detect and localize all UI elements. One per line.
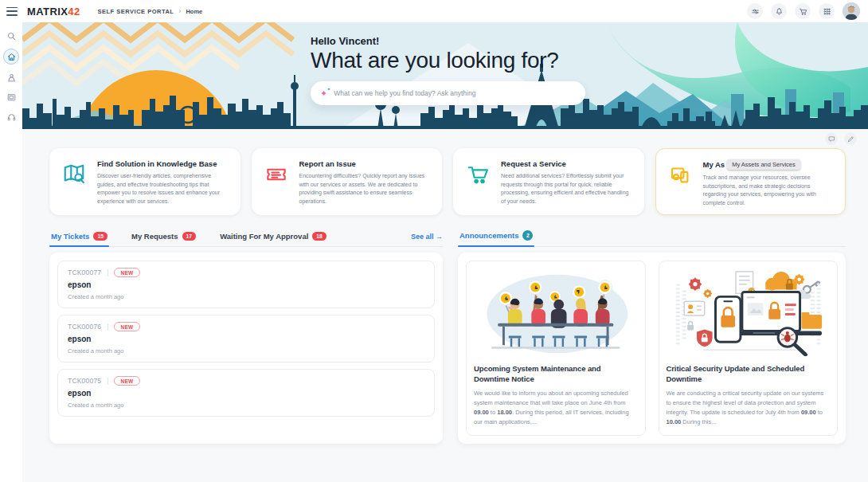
security-update-illustration — [667, 268, 831, 356]
tab-announcements[interactable]: Announcements 2 — [458, 230, 534, 246]
ai-search-bar[interactable]: ✦✦ — [311, 81, 585, 105]
ticket-row[interactable]: TCK00076 | NEW epson Created a month ago — [57, 315, 435, 362]
card-description: Encountering difficulties? Quickly repor… — [299, 172, 431, 206]
ticket-id: TCK00077 — [68, 268, 101, 276]
card-knowledge-base[interactable]: Find Solution in Knowledge Base Discover… — [49, 148, 240, 215]
tune-icon[interactable] — [747, 3, 763, 19]
ai-sparkle-icon: ✦✦ — [320, 89, 327, 98]
announcements-count-badge: 2 — [522, 230, 533, 241]
card-description: Discover user-friendly articles, compreh… — [97, 172, 229, 206]
announcement-body: We are conducting a critical security up… — [667, 389, 831, 427]
breadcrumb-root[interactable]: SELF SERVICE PORTAL — [98, 8, 174, 15]
sidebar-item-service-desk[interactable] — [4, 70, 18, 84]
tab-my-requests[interactable]: My Requests 17 — [130, 232, 197, 246]
devices-icon — [667, 163, 694, 204]
my-requests-count-badge: 17 — [182, 232, 197, 241]
tickets-column: My Tickets 15 My Requests 17 Waiting For… — [49, 226, 443, 444]
search-input[interactable] — [334, 89, 576, 97]
breadcrumb-separator: › — [178, 7, 181, 15]
waiting-approval-count-badge: 18 — [312, 232, 326, 241]
cart-icon — [465, 163, 492, 204]
hero-banner: Hello Vincent! What are you looking for?… — [22, 22, 868, 129]
ticket-title: epson — [68, 335, 424, 343]
announcements-column: Announcements 2 — [458, 226, 846, 444]
bell-icon[interactable] — [771, 3, 787, 19]
sidebar-item-home[interactable] — [3, 49, 19, 65]
self-service-portal: MATRIX42 SELF SERVICE PORTAL › Home — [0, 0, 868, 482]
apps-grid-icon[interactable] — [819, 3, 835, 19]
announcement-body: We would like to inform you about an upc… — [474, 389, 638, 427]
status-badge: NEW — [114, 322, 139, 331]
tickets-tabs: My Tickets 15 My Requests 17 Waiting For… — [49, 226, 443, 247]
search-icon[interactable] — [4, 29, 18, 43]
divider: | — [107, 377, 108, 385]
card-description: Need additional services? Effortlessly s… — [501, 172, 632, 206]
ticket-id: TCK00076 — [68, 323, 101, 331]
hamburger-menu-icon[interactable] — [6, 7, 18, 16]
card-title: Request a Service — [501, 159, 632, 168]
topbar: MATRIX42 SELF SERVICE PORTAL › Home — [0, 0, 868, 22]
announcements-panel: Upcoming System Maintenance and Downtime… — [458, 253, 846, 444]
ticket-created: Created a month ago — [68, 347, 424, 355]
status-badge: NEW — [114, 376, 139, 386]
card-my-assets[interactable]: My As My Assets and Services Track and m… — [655, 148, 846, 215]
ticket-created: Created a month ago — [68, 293, 424, 300]
comment-icon[interactable] — [825, 132, 838, 145]
announcement-title: Critical Security Update and Scheduled D… — [667, 363, 831, 385]
sidebar-item-catalog[interactable] — [4, 90, 18, 104]
card-title: My As My Assets and Services — [703, 159, 835, 170]
status-badge: NEW — [114, 268, 139, 277]
meeting-thumbs-illustration — [474, 268, 638, 356]
ticket-title: epson — [68, 280, 424, 289]
quick-action-cards: Find Solution in Knowledge Base Discover… — [49, 148, 846, 215]
cart-icon[interactable] — [795, 3, 811, 19]
ticket-created: Created a month ago — [68, 402, 424, 409]
matrix42-logo[interactable]: MATRIX42 — [27, 6, 80, 18]
announcements-tabs: Announcements 2 — [458, 226, 846, 247]
book-search-icon — [61, 163, 88, 204]
see-all-link[interactable]: See all → — [411, 233, 443, 246]
hero-greeting: Hello Vincent! — [311, 35, 585, 47]
assets-tooltip: My Assets and Services — [727, 159, 800, 170]
ticket-row[interactable]: TCK00075 | NEW epson Created a month ago — [57, 369, 435, 417]
card-title: Find Solution in Knowledge Base — [97, 159, 229, 168]
ticket-title: epson — [68, 389, 424, 398]
announcement-title: Upcoming System Maintenance and Downtime… — [474, 363, 638, 385]
breadcrumb-current[interactable]: Home — [186, 8, 202, 15]
card-request-service[interactable]: Request a Service Need additional servic… — [453, 148, 644, 215]
topbar-left: MATRIX42 SELF SERVICE PORTAL › Home — [6, 6, 202, 18]
main-content: Hello Vincent! What are you looking for?… — [22, 22, 868, 482]
ticket-icon — [264, 163, 291, 204]
hero-content: Hello Vincent! What are you looking for?… — [311, 35, 585, 105]
tab-waiting-approval[interactable]: Waiting For My Approval 18 — [218, 232, 328, 246]
divider: | — [107, 268, 108, 276]
card-description: Track and manage your resources, oversee… — [703, 174, 835, 207]
sidebar — [0, 22, 22, 482]
edit-pencil-icon[interactable] — [844, 132, 857, 145]
card-title: Report an Issue — [299, 159, 431, 168]
ticket-row[interactable]: TCK00077 | NEW epson Created a month ago — [57, 261, 435, 308]
user-avatar[interactable] — [843, 2, 860, 20]
announcement-card[interactable]: Critical Security Update and Scheduled D… — [659, 261, 839, 436]
topbar-right — [747, 2, 860, 20]
tab-my-tickets[interactable]: My Tickets 15 — [49, 232, 109, 246]
lower-columns: My Tickets 15 My Requests 17 Waiting For… — [49, 226, 846, 444]
tickets-panel: TCK00077 | NEW epson Created a month ago… — [49, 253, 443, 444]
divider: | — [107, 323, 108, 331]
breadcrumb: SELF SERVICE PORTAL › Home — [98, 7, 203, 15]
page-actions — [22, 129, 868, 148]
announcement-card[interactable]: Upcoming System Maintenance and Downtime… — [466, 261, 646, 436]
sidebar-item-support-headset[interactable] — [4, 110, 18, 124]
ticket-id: TCK00075 — [68, 377, 101, 385]
hero-headline: What are you looking for? — [311, 48, 585, 73]
card-report-issue[interactable]: Report an Issue Encountering difficultie… — [252, 148, 443, 215]
my-tickets-count-badge: 15 — [93, 232, 108, 241]
